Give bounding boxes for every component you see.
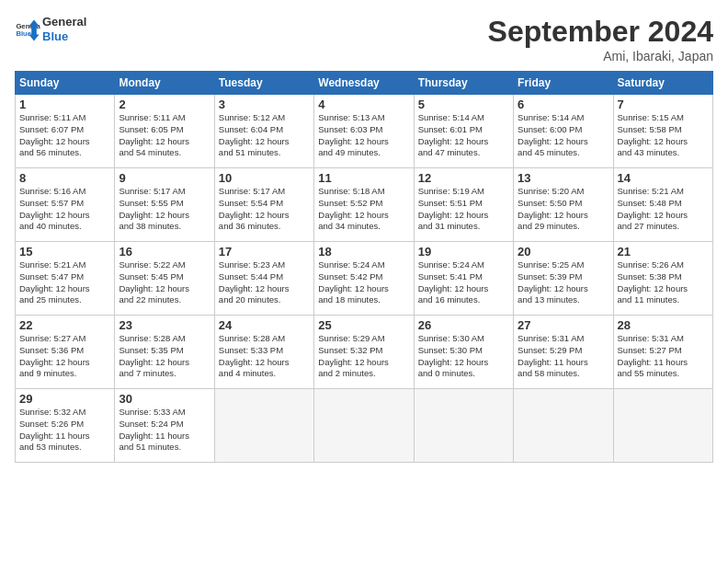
calendar-cell: 5Sunrise: 5:14 AM Sunset: 6:01 PM Daylig… [414, 95, 513, 168]
calendar-cell [613, 389, 712, 463]
day-number: 29 [19, 392, 110, 406]
day-number: 15 [19, 245, 110, 259]
page-container: General Blue General Blue September 2024… [0, 0, 728, 470]
day-number: 20 [518, 245, 609, 259]
calendar-cell [514, 389, 613, 463]
calendar-cell: 12Sunrise: 5:19 AM Sunset: 5:51 PM Dayli… [414, 168, 513, 242]
day-info: Sunrise: 5:25 AM Sunset: 5:39 PM Dayligh… [518, 259, 609, 306]
header-row: SundayMondayTuesdayWednesdayThursdayFrid… [16, 72, 713, 95]
day-number: 21 [618, 245, 709, 259]
calendar-table: SundayMondayTuesdayWednesdayThursdayFrid… [15, 71, 713, 463]
col-header-thursday: Thursday [414, 72, 513, 95]
calendar-cell [214, 389, 313, 463]
header: General Blue General Blue September 2024… [15, 15, 713, 63]
day-info: Sunrise: 5:12 AM Sunset: 6:04 PM Dayligh… [219, 112, 310, 159]
week-row-3: 15Sunrise: 5:21 AM Sunset: 5:47 PM Dayli… [16, 242, 713, 316]
calendar-cell: 20Sunrise: 5:25 AM Sunset: 5:39 PM Dayli… [514, 242, 613, 316]
day-number: 28 [618, 318, 709, 332]
day-number: 22 [19, 318, 110, 332]
day-number: 17 [219, 245, 310, 259]
day-info: Sunrise: 5:24 AM Sunset: 5:42 PM Dayligh… [318, 259, 409, 306]
day-info: Sunrise: 5:17 AM Sunset: 5:55 PM Dayligh… [119, 186, 210, 233]
col-header-wednesday: Wednesday [314, 72, 414, 95]
calendar-cell: 11Sunrise: 5:18 AM Sunset: 5:52 PM Dayli… [314, 168, 414, 242]
calendar-cell [314, 389, 414, 463]
day-info: Sunrise: 5:18 AM Sunset: 5:52 PM Dayligh… [318, 186, 409, 233]
day-number: 19 [418, 245, 509, 259]
calendar-cell: 30Sunrise: 5:33 AM Sunset: 5:24 PM Dayli… [115, 389, 214, 463]
col-header-tuesday: Tuesday [214, 72, 313, 95]
day-info: Sunrise: 5:14 AM Sunset: 6:00 PM Dayligh… [518, 112, 609, 159]
calendar-cell: 3Sunrise: 5:12 AM Sunset: 6:04 PM Daylig… [214, 95, 313, 168]
month-title: September 2024 [488, 15, 713, 49]
calendar-cell: 18Sunrise: 5:24 AM Sunset: 5:42 PM Dayli… [314, 242, 414, 316]
day-number: 6 [518, 98, 609, 111]
calendar-cell: 29Sunrise: 5:32 AM Sunset: 5:26 PM Dayli… [16, 389, 115, 463]
logo-icon: General Blue [15, 17, 40, 42]
day-info: Sunrise: 5:14 AM Sunset: 6:01 PM Dayligh… [418, 112, 509, 159]
day-info: Sunrise: 5:21 AM Sunset: 5:48 PM Dayligh… [618, 186, 709, 233]
day-info: Sunrise: 5:15 AM Sunset: 5:58 PM Dayligh… [618, 112, 709, 159]
calendar-cell: 19Sunrise: 5:24 AM Sunset: 5:41 PM Dayli… [414, 242, 513, 316]
day-number: 2 [119, 98, 210, 111]
calendar-cell: 21Sunrise: 5:26 AM Sunset: 5:38 PM Dayli… [613, 242, 712, 316]
day-info: Sunrise: 5:31 AM Sunset: 5:27 PM Dayligh… [618, 333, 709, 380]
day-info: Sunrise: 5:30 AM Sunset: 5:30 PM Dayligh… [418, 333, 509, 380]
day-number: 14 [618, 171, 709, 185]
day-number: 1 [19, 98, 110, 111]
calendar-cell: 23Sunrise: 5:28 AM Sunset: 5:35 PM Dayli… [115, 316, 214, 389]
day-number: 24 [219, 318, 310, 332]
calendar-cell: 17Sunrise: 5:23 AM Sunset: 5:44 PM Dayli… [214, 242, 313, 316]
calendar-cell: 6Sunrise: 5:14 AM Sunset: 6:00 PM Daylig… [514, 95, 613, 168]
day-number: 23 [119, 318, 210, 332]
day-number: 10 [219, 171, 310, 185]
day-info: Sunrise: 5:20 AM Sunset: 5:50 PM Dayligh… [518, 186, 609, 233]
day-info: Sunrise: 5:29 AM Sunset: 5:32 PM Dayligh… [318, 333, 409, 380]
col-header-saturday: Saturday [613, 72, 712, 95]
day-info: Sunrise: 5:23 AM Sunset: 5:44 PM Dayligh… [219, 259, 310, 306]
calendar-cell: 24Sunrise: 5:28 AM Sunset: 5:33 PM Dayli… [214, 316, 313, 389]
day-info: Sunrise: 5:27 AM Sunset: 5:36 PM Dayligh… [19, 333, 110, 380]
day-number: 12 [418, 171, 509, 185]
day-info: Sunrise: 5:26 AM Sunset: 5:38 PM Dayligh… [618, 259, 709, 306]
day-info: Sunrise: 5:28 AM Sunset: 5:33 PM Dayligh… [219, 333, 310, 380]
col-header-friday: Friday [514, 72, 613, 95]
day-info: Sunrise: 5:22 AM Sunset: 5:45 PM Dayligh… [119, 259, 210, 306]
day-number: 13 [518, 171, 609, 185]
day-info: Sunrise: 5:28 AM Sunset: 5:35 PM Dayligh… [119, 333, 210, 380]
calendar-cell: 25Sunrise: 5:29 AM Sunset: 5:32 PM Dayli… [314, 316, 414, 389]
day-number: 27 [518, 318, 609, 332]
day-number: 3 [219, 98, 310, 111]
week-row-2: 8Sunrise: 5:16 AM Sunset: 5:57 PM Daylig… [16, 168, 713, 242]
day-info: Sunrise: 5:24 AM Sunset: 5:41 PM Dayligh… [418, 259, 509, 306]
day-number: 26 [418, 318, 509, 332]
day-info: Sunrise: 5:13 AM Sunset: 6:03 PM Dayligh… [318, 112, 409, 159]
day-number: 11 [318, 171, 409, 185]
day-info: Sunrise: 5:32 AM Sunset: 5:26 PM Dayligh… [19, 407, 110, 454]
calendar-cell: 22Sunrise: 5:27 AM Sunset: 5:36 PM Dayli… [16, 316, 115, 389]
calendar-cell: 10Sunrise: 5:17 AM Sunset: 5:54 PM Dayli… [214, 168, 313, 242]
svg-text:Blue: Blue [16, 29, 31, 38]
day-number: 5 [418, 98, 509, 111]
day-number: 7 [618, 98, 709, 111]
day-info: Sunrise: 5:33 AM Sunset: 5:24 PM Dayligh… [119, 407, 210, 454]
week-row-4: 22Sunrise: 5:27 AM Sunset: 5:36 PM Dayli… [16, 316, 713, 389]
col-header-sunday: Sunday [16, 72, 115, 95]
day-info: Sunrise: 5:11 AM Sunset: 6:05 PM Dayligh… [119, 112, 210, 159]
calendar-cell: 13Sunrise: 5:20 AM Sunset: 5:50 PM Dayli… [514, 168, 613, 242]
calendar-cell: 4Sunrise: 5:13 AM Sunset: 6:03 PM Daylig… [314, 95, 414, 168]
logo: General Blue General Blue [15, 15, 86, 43]
week-row-1: 1Sunrise: 5:11 AM Sunset: 6:07 PM Daylig… [16, 95, 713, 168]
calendar-cell: 2Sunrise: 5:11 AM Sunset: 6:05 PM Daylig… [115, 95, 214, 168]
location-subtitle: Ami, Ibaraki, Japan [488, 49, 713, 63]
day-number: 16 [119, 245, 210, 259]
day-number: 8 [19, 171, 110, 185]
calendar-cell: 1Sunrise: 5:11 AM Sunset: 6:07 PM Daylig… [16, 95, 115, 168]
day-info: Sunrise: 5:17 AM Sunset: 5:54 PM Dayligh… [219, 186, 310, 233]
day-number: 18 [318, 245, 409, 259]
day-info: Sunrise: 5:31 AM Sunset: 5:29 PM Dayligh… [518, 333, 609, 380]
calendar-cell: 8Sunrise: 5:16 AM Sunset: 5:57 PM Daylig… [16, 168, 115, 242]
col-header-monday: Monday [115, 72, 214, 95]
day-number: 25 [318, 318, 409, 332]
calendar-cell: 15Sunrise: 5:21 AM Sunset: 5:47 PM Dayli… [16, 242, 115, 316]
